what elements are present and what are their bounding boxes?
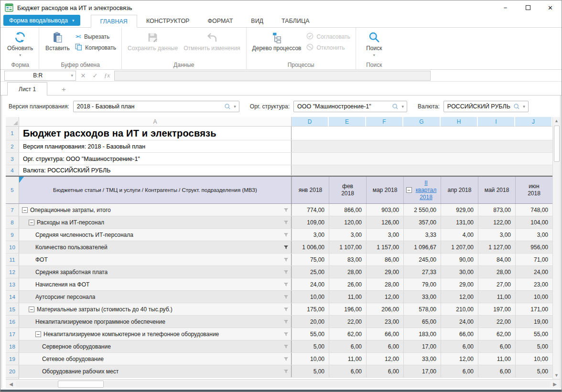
period-header-cell[interactable]: май 2018 bbox=[478, 177, 515, 203]
confirm-entry-icon[interactable]: ✓ bbox=[90, 72, 100, 79]
value-cell[interactable]: 210,00 bbox=[441, 303, 478, 315]
filter-icon[interactable] bbox=[283, 332, 289, 337]
filter-icon[interactable] bbox=[283, 245, 289, 250]
collapse-toggle[interactable]: − bbox=[22, 207, 28, 213]
column-header[interactable]: I bbox=[478, 117, 515, 127]
io-form-menu-button[interactable]: Форма ввода/вывода ▾ bbox=[3, 15, 80, 26]
value-cell[interactable]: 65,00 bbox=[403, 316, 441, 328]
add-sheet-button[interactable]: + bbox=[57, 85, 71, 95]
value-cell[interactable]: 19,00 bbox=[515, 316, 552, 328]
value-cell[interactable]: 12,00 bbox=[366, 353, 403, 365]
column-header[interactable]: H bbox=[441, 117, 478, 127]
row-number[interactable]: 9 bbox=[6, 229, 19, 241]
value-cell[interactable]: 12,00 bbox=[366, 291, 403, 303]
value-cell[interactable]: 196,00 bbox=[329, 303, 366, 315]
info-cell[interactable]: Валюта: РОССИЙСКИЙ РУБЛЬ bbox=[19, 165, 292, 175]
budget-item-cell[interactable]: Количество пользователей bbox=[19, 241, 292, 253]
value-cell[interactable]: 3,00 bbox=[515, 229, 552, 241]
period-header-cell[interactable]: июн 2018 bbox=[515, 177, 552, 203]
value-cell[interactable]: 131,00 bbox=[441, 216, 478, 228]
period-header-cell[interactable]: мар 2018 bbox=[366, 177, 403, 203]
planning-version-combo[interactable]: 2018 - Базовый план ▾ bbox=[73, 101, 239, 112]
value-cell[interactable]: 6,00 bbox=[441, 365, 478, 377]
value-cell[interactable]: 55,00 bbox=[515, 328, 552, 340]
value-cell[interactable]: 1 006,00 bbox=[292, 241, 329, 253]
value-cell[interactable]: 75,00 bbox=[292, 254, 329, 265]
value-cell[interactable]: 122,00 bbox=[478, 216, 515, 228]
value-cell[interactable]: 25,00 bbox=[292, 266, 329, 278]
period-header-cell[interactable]: фев 2018 bbox=[329, 177, 366, 203]
table-header-label-cell[interactable]: Бюджетные статьи / ТМЦ и услуги / Контра… bbox=[19, 177, 292, 203]
refresh-button[interactable]: Обновить ▾ bbox=[5, 29, 35, 62]
filter-icon[interactable] bbox=[283, 257, 289, 262]
sheet-tab-active[interactable]: Лист 1 bbox=[7, 82, 47, 95]
empty-cells[interactable] bbox=[292, 153, 560, 165]
filter-icon[interactable] bbox=[283, 319, 289, 324]
budget-item-cell[interactable]: Средняя численность ИТ-персонала bbox=[19, 229, 292, 241]
budget-item-cell[interactable]: − Некапитализируемое компьютерное и теле… bbox=[19, 328, 292, 340]
collapse-toggle[interactable]: − bbox=[29, 307, 34, 312]
quarter-link[interactable]: II квартал 2018 bbox=[414, 180, 439, 201]
value-cell[interactable]: 2 550,00 bbox=[403, 204, 441, 216]
value-cell[interactable]: 6,00 bbox=[441, 340, 478, 352]
collapse-toggle[interactable]: − bbox=[29, 220, 34, 225]
value-cell[interactable]: 197,00 bbox=[478, 303, 515, 315]
value-cell[interactable]: 62,00 bbox=[329, 328, 366, 340]
value-cell[interactable]: 3,33 bbox=[403, 229, 441, 241]
value-cell[interactable]: 83,00 bbox=[329, 254, 366, 265]
value-cell[interactable]: 26,00 bbox=[329, 278, 366, 290]
search-icon[interactable] bbox=[224, 103, 231, 110]
column-header[interactable]: F bbox=[366, 117, 403, 127]
empty-cells[interactable] bbox=[292, 165, 560, 175]
value-cell[interactable]: 903,00 bbox=[366, 204, 403, 216]
value-cell[interactable]: 5,00 bbox=[515, 340, 552, 352]
value-cell[interactable]: 11,00 bbox=[478, 291, 515, 303]
period-header-cell[interactable]: −II квартал 2018 bbox=[403, 177, 441, 203]
row-number[interactable]: 18 bbox=[6, 340, 19, 352]
value-cell[interactable]: 22,00 bbox=[329, 316, 366, 328]
value-cell[interactable]: 120,00 bbox=[329, 216, 366, 228]
filter-icon[interactable] bbox=[283, 233, 289, 237]
search-icon[interactable] bbox=[392, 103, 399, 110]
budget-item-cell[interactable]: Аутсорсинг персонала bbox=[19, 291, 292, 303]
value-cell[interactable]: 1 157,00 bbox=[366, 241, 403, 253]
value-cell[interactable]: 66,00 bbox=[441, 328, 478, 340]
tab-constructor[interactable]: КОНСТРУКТОР bbox=[137, 14, 199, 27]
budget-item-cell[interactable]: ФОТ bbox=[19, 254, 292, 265]
value-cell[interactable]: 24,00 bbox=[292, 278, 329, 290]
value-cell[interactable]: 29,00 bbox=[441, 278, 478, 290]
row-number[interactable]: 12 bbox=[6, 266, 19, 278]
value-cell[interactable]: 1 107,00 bbox=[329, 241, 366, 253]
value-cell[interactable]: 23,00 bbox=[366, 316, 403, 328]
column-header[interactable]: E bbox=[329, 117, 366, 127]
value-cell[interactable]: 55,00 bbox=[292, 328, 329, 340]
value-cell[interactable]: 17,00 bbox=[403, 340, 441, 352]
value-cell[interactable]: 28,00 bbox=[478, 266, 515, 278]
value-cell[interactable]: 748,00 bbox=[515, 204, 552, 216]
process-tree-button[interactable]: Дерево процессов bbox=[250, 29, 304, 62]
row-number[interactable]: 1 bbox=[6, 127, 19, 140]
collapse-toggle[interactable]: − bbox=[406, 187, 412, 193]
value-cell[interactable]: 79,00 bbox=[403, 278, 441, 290]
value-cell[interactable]: 3,00 bbox=[366, 229, 403, 241]
row-number[interactable]: 8 bbox=[6, 216, 19, 228]
row-number[interactable]: 17 bbox=[6, 328, 19, 340]
value-cell[interactable]: 17,00 bbox=[403, 365, 441, 377]
filter-icon[interactable] bbox=[283, 369, 289, 374]
value-cell[interactable]: 24,00 bbox=[515, 266, 552, 278]
value-cell[interactable]: 4,00 bbox=[441, 229, 478, 241]
tab-view[interactable]: ВИД bbox=[242, 14, 272, 27]
select-all-corner[interactable] bbox=[6, 117, 19, 127]
paste-button[interactable]: Вставить bbox=[43, 29, 72, 62]
tab-format[interactable]: ФОРМАТ bbox=[198, 14, 242, 27]
value-cell[interactable]: 5,00 bbox=[292, 340, 329, 352]
maximize-button[interactable] bbox=[517, 0, 539, 15]
value-cell[interactable]: 873,00 bbox=[478, 204, 515, 216]
row-number[interactable]: 13 bbox=[6, 278, 19, 290]
info-cell[interactable]: Версия планирования: 2018 - Базовый план bbox=[19, 140, 292, 152]
value-cell[interactable]: 109,00 bbox=[292, 216, 329, 228]
currency-combo[interactable]: РОССИЙСКИЙ РУБЛЬ ▾ bbox=[443, 101, 529, 112]
row-number[interactable]: 3 bbox=[6, 153, 19, 165]
value-cell[interactable]: 171,00 bbox=[515, 303, 552, 315]
chevron-down-icon[interactable]: ▾ bbox=[523, 104, 525, 109]
